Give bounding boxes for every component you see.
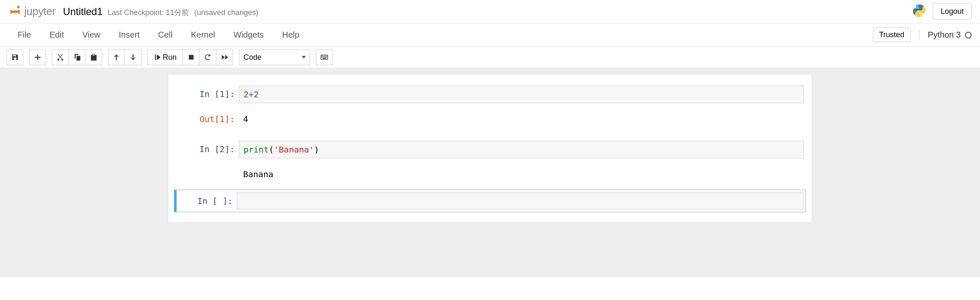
svg-rect-12 <box>326 57 327 58</box>
cell-input[interactable]: print('Banana') <box>239 141 804 158</box>
menu-view[interactable]: View <box>73 26 110 44</box>
cell-input[interactable] <box>237 193 804 209</box>
notebook: In [1]: 2+2 Out[1]: 4 In [2]: print('Ban… <box>168 74 812 223</box>
celltype-select[interactable]: Code <box>239 49 310 65</box>
svg-rect-6 <box>325 56 326 56</box>
restart-button[interactable] <box>200 49 216 65</box>
restart-icon <box>204 53 212 61</box>
jupyter-logo[interactable]: jupyter <box>8 5 56 18</box>
move-down-button[interactable] <box>125 49 141 65</box>
jupyter-brand-text: jupyter <box>24 5 56 18</box>
jupyter-icon <box>8 5 22 18</box>
svg-rect-9 <box>323 57 323 58</box>
fast-forward-icon <box>221 53 228 61</box>
in-prompt: In [1]: <box>176 86 239 103</box>
in-prompt: In [ ]: <box>177 193 237 209</box>
python-icon <box>912 3 927 20</box>
code-token-string: 'Banana' <box>274 145 314 155</box>
run-button[interactable]: Run <box>147 49 183 65</box>
keyboard-icon <box>321 53 328 61</box>
code-token-paren: ) <box>314 145 319 155</box>
kernel-status-icon <box>965 32 972 38</box>
code-token-number: 2 <box>254 89 259 99</box>
header: jupyter Untitled1 Last Checkpoint: 11分前 … <box>0 0 980 23</box>
svg-rect-10 <box>324 57 325 58</box>
menu-widgets[interactable]: Widgets <box>224 26 273 44</box>
svg-rect-4 <box>323 56 323 56</box>
cut-icon <box>56 53 64 61</box>
trusted-badge[interactable]: Trusted <box>873 28 911 42</box>
toolbar: Run Code <box>0 47 980 68</box>
paste-button[interactable] <box>85 49 102 65</box>
save-button[interactable] <box>7 49 23 65</box>
code-cell[interactable]: In [2]: print('Banana') <box>174 138 806 161</box>
svg-rect-8 <box>322 57 323 58</box>
notebook-title[interactable]: Untitled1 <box>63 6 103 18</box>
empty-prompt <box>176 166 239 183</box>
restart-run-all-button[interactable] <box>216 49 233 65</box>
out-prompt: Out[1]: <box>176 111 239 127</box>
svg-point-0 <box>17 6 20 8</box>
logout-button[interactable]: Logout <box>933 3 972 20</box>
cell-input[interactable]: 2+2 <box>239 86 804 103</box>
menu-cell[interactable]: Cell <box>149 26 182 44</box>
menubar: File Edit View Insert Cell Kernel Widget… <box>0 23 980 47</box>
paste-icon <box>90 53 97 61</box>
output-row: Banana <box>174 163 806 186</box>
svg-rect-13 <box>323 58 326 59</box>
svg-rect-7 <box>326 56 327 56</box>
menu-insert[interactable]: Insert <box>110 26 149 44</box>
run-label: Run <box>163 53 177 62</box>
checkpoint-label: Last Checkpoint: 11分前 <box>108 8 189 18</box>
code-token-paren: ( <box>269 145 274 155</box>
code-cell[interactable]: In [1]: 2+2 <box>174 83 806 106</box>
copy-button[interactable] <box>69 49 85 65</box>
svg-rect-1 <box>189 55 193 59</box>
cut-button[interactable] <box>52 49 69 65</box>
arrow-up-icon <box>113 53 120 61</box>
cell-stdout: Banana <box>239 166 804 183</box>
cell-output: 4 <box>239 111 804 127</box>
menu-edit[interactable]: Edit <box>40 26 73 44</box>
code-token-number: 2 <box>244 89 249 99</box>
stop-button[interactable] <box>183 49 200 65</box>
code-token-func: print <box>244 145 269 155</box>
title-area: Untitled1 Last Checkpoint: 11分前 (unsaved… <box>63 6 259 18</box>
code-token-operator: + <box>249 89 254 99</box>
plus-icon <box>34 53 41 61</box>
unsaved-label: (unsaved changes) <box>194 8 258 17</box>
stop-icon <box>187 53 195 61</box>
svg-rect-5 <box>324 56 325 56</box>
in-prompt: In [2]: <box>176 141 239 158</box>
command-palette-button[interactable] <box>316 49 333 65</box>
copy-icon <box>73 53 81 61</box>
menu-file[interactable]: File <box>8 26 40 44</box>
menu-help[interactable]: Help <box>273 26 308 44</box>
code-cell[interactable]: In [ ]: <box>174 190 806 212</box>
kernel-name-text: Python 3 <box>928 30 961 40</box>
run-icon <box>154 53 161 61</box>
svg-rect-11 <box>325 57 326 58</box>
svg-rect-3 <box>322 56 323 56</box>
kernel-indicator[interactable]: Python 3 <box>919 30 972 40</box>
move-up-button[interactable] <box>108 49 125 65</box>
notebook-container: In [1]: 2+2 Out[1]: 4 In [2]: print('Ban… <box>0 68 980 277</box>
arrow-down-icon <box>129 53 137 61</box>
output-row: Out[1]: 4 <box>174 108 806 130</box>
menu-kernel[interactable]: Kernel <box>182 26 224 44</box>
add-cell-button[interactable] <box>29 49 46 65</box>
save-icon <box>11 53 19 61</box>
celltype-selected: Code <box>244 53 262 62</box>
